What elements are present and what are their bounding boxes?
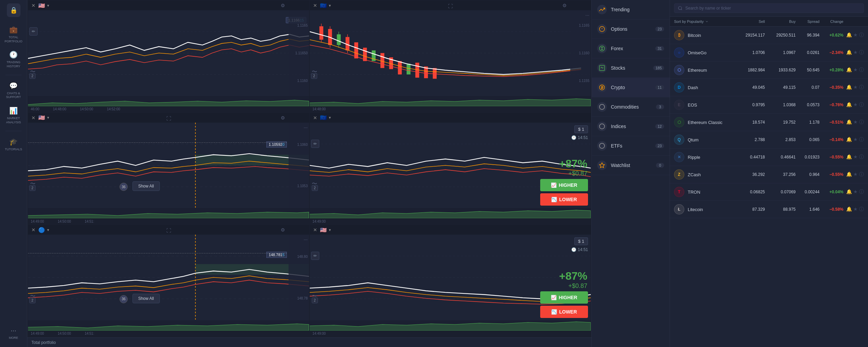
svg-rect-20 (407, 64, 410, 74)
market-nav-indices[interactable]: Indices 12 (592, 117, 670, 136)
more-opts-bot-left[interactable]: ··· (304, 237, 308, 242)
info-icon-qtum[interactable]: ⓘ (859, 137, 864, 143)
star-icon-zec[interactable]: ★ (853, 171, 858, 178)
market-nav-trending[interactable]: Trending (592, 0, 670, 19)
coin-row-xrp[interactable]: ✕ Ripple 0.44718 0.46641 0.01923 −0.55% … (670, 149, 868, 166)
bell-icon-xrp[interactable]: 🔔 (846, 154, 852, 160)
sidebar-item-history[interactable]: 🕐 TRADINGHISTORY (0, 47, 27, 72)
star-icon-etc[interactable]: ★ (853, 119, 858, 125)
chart-close-top-left[interactable]: ✕ (31, 3, 36, 8)
bell-icon-zec[interactable]: 🔔 (846, 171, 852, 178)
coin-row-trx[interactable]: T TRON 0.06825 0.07069 0.00244 +0.04% 🔔 … (670, 183, 868, 201)
higher-button-mid-right[interactable]: 📈 HIGHER (540, 179, 588, 191)
bell-icon-omg[interactable]: 🔔 (846, 50, 852, 56)
bell-icon-ltc[interactable]: 🔔 (846, 206, 852, 212)
chart-close-bot-right[interactable]: ✕ (312, 227, 318, 233)
sidebar-item-tutorials[interactable]: 🎓 TUTORIALS (0, 134, 27, 155)
info-icon-etc[interactable]: ⓘ (859, 119, 864, 125)
star-icon-xrp[interactable]: ★ (853, 154, 858, 160)
market-nav-etfs[interactable]: ETFs 23 (592, 136, 670, 156)
info-icon-ltc[interactable]: ⓘ (859, 206, 864, 212)
svg-rect-17 (380, 53, 384, 68)
bell-icon-eos[interactable]: 🔔 (846, 102, 852, 108)
info-icon-xrp[interactable]: ⓘ (859, 154, 864, 160)
coin-spread-xrp: 0.01923 (796, 155, 820, 159)
star-icon-qtum[interactable]: ★ (853, 137, 858, 143)
settings-icon-top-left[interactable]: ⚙ (281, 3, 285, 8)
settings-icon-bot-left[interactable]: ⚙ (281, 227, 285, 233)
market-nav-stocks[interactable]: Stocks 185 (592, 58, 670, 78)
sidebar-item-chats[interactable]: 💬 CHATS &SUPPORT (0, 78, 27, 103)
chart-close-top-right[interactable]: ✕ (312, 3, 318, 8)
star-icon-trx[interactable]: ★ (853, 189, 858, 195)
info-icon-btc[interactable]: ⓘ (859, 32, 864, 38)
show-all-button-bot-left[interactable]: Show All (132, 294, 160, 303)
market-nav-commodities[interactable]: Commodities 3 (592, 97, 670, 117)
expand-icon-top-right[interactable]: ⛶ (448, 3, 453, 9)
star-icon-omg[interactable]: ★ (853, 50, 858, 56)
market-nav-watchlist[interactable]: Watchlist 0 (592, 156, 670, 175)
pencil-tool-bot-right[interactable]: ✏ (311, 252, 319, 260)
info-icon-zec[interactable]: ⓘ (859, 171, 864, 178)
time-axis-bot-right: 14:49:00 (310, 331, 591, 337)
chart-close-bot-left[interactable]: ✕ (31, 227, 36, 233)
search-input[interactable] (685, 6, 860, 11)
star-icon-ltc[interactable]: ★ (853, 206, 858, 212)
settings-icon-top-right[interactable]: ⚙ (562, 3, 567, 8)
bell-icon-trx[interactable]: 🔔 (846, 189, 852, 195)
chart-close-mid-right[interactable]: ✕ (312, 115, 318, 121)
coin-actions-omg: 🔔 ★ ⓘ (846, 50, 864, 56)
trade-buttons-bot-right: 📈 HIGHER 📉 LOWER (540, 291, 588, 318)
sidebar-item-market[interactable]: 📊 MARKETANALYSIS (0, 103, 27, 128)
coin-row-btc[interactable]: ₿ Bitcoin 29154.117 29250.511 96.394 +0.… (670, 27, 868, 44)
show-all-button-mid-left[interactable]: Show All (132, 181, 160, 191)
sort-by-dropdown[interactable]: Sort by Popularity (674, 19, 734, 24)
star-icon-btc[interactable]: ★ (853, 32, 858, 38)
coin-row-qtum[interactable]: Q Qtum 2.788 2.853 0.065 −0.14% 🔔 ★ ⓘ (670, 131, 868, 149)
sidebar-item-more[interactable]: ··· MORE (0, 322, 27, 344)
pencil-tool-mid-right[interactable]: ✏ (311, 140, 319, 148)
bell-icon-qtum[interactable]: 🔔 (846, 137, 852, 143)
lower-button-mid-right[interactable]: 📉 LOWER (540, 193, 588, 206)
stocks-icon (597, 63, 607, 73)
lower-button-bot-right[interactable]: 📉 LOWER (540, 306, 588, 318)
sidebar-logo: 🔒 (7, 3, 20, 17)
expand-icon-mid-left[interactable]: ⛶ (166, 116, 171, 121)
market-nav-forex[interactable]: Forex 31 (592, 39, 670, 58)
star-icon-eos[interactable]: ★ (853, 102, 858, 108)
star-icon-dash[interactable]: ★ (853, 84, 858, 91)
time-label: 46:00 (31, 107, 39, 111)
info-icon-eth[interactable]: ⓘ (859, 67, 864, 73)
coin-row-zec[interactable]: Z ZCash 36.292 37.256 0.964 −0.55% 🔔 ★ ⓘ (670, 166, 868, 183)
coin-row-eos[interactable]: E EOS 0.9795 1.0368 0.0573 −0.76% 🔔 ★ ⓘ (670, 96, 868, 114)
bell-icon-eth[interactable]: 🔔 (846, 67, 852, 73)
more-settings-top-right[interactable]: ··· (585, 12, 589, 18)
crypto-count: 11 (655, 85, 664, 90)
coin-row-etc[interactable]: ⬡ Ethereum Classic 18.574 19.752 1.178 −… (670, 114, 868, 131)
star-icon-eth[interactable]: ★ (853, 67, 858, 73)
coin-row-ltc[interactable]: Ł Litecoin 87.329 88.975 1.646 −0.58% 🔔 … (670, 201, 868, 218)
chart-close-mid-left[interactable]: ✕ (31, 115, 36, 121)
expand-icon-bot-left[interactable]: ⛶ (166, 228, 171, 233)
market-icon: 📊 (9, 106, 18, 115)
info-icon-trx[interactable]: ⓘ (859, 189, 864, 195)
bell-icon-etc[interactable]: 🔔 (846, 119, 852, 125)
pencil-tool-top-left[interactable]: ✏ (29, 27, 38, 36)
market-nav-options[interactable]: Options 23 (592, 19, 670, 39)
info-icon-omg[interactable]: ⓘ (859, 50, 864, 56)
higher-button-bot-right[interactable]: 📈 HIGHER (540, 291, 588, 304)
info-icon-eos[interactable]: ⓘ (859, 102, 864, 108)
market-nav-crypto[interactable]: Crypto 11 (592, 78, 670, 97)
coin-change-xrp: −0.55% (820, 155, 843, 159)
coin-row-eth[interactable]: ⬡ Ethereum 1882.984 1933.629 50.645 +0.2… (670, 61, 868, 79)
more-options-mid-left[interactable]: ··· (304, 125, 308, 130)
sidebar-item-portfolio[interactable]: 💼 TOTAL PORTFOLIO (0, 22, 27, 47)
coin-sell-eos: 0.9795 (734, 102, 765, 107)
settings-icon-mid-left[interactable]: ⚙ (281, 115, 285, 121)
coin-row-omg[interactable]: ○ OmiseGo 1.0706 1.0967 0.0261 −2.34% 🔔 … (670, 44, 868, 61)
info-icon-dash[interactable]: ⓘ (859, 84, 864, 91)
sidebar-item-more-label: MORE (9, 336, 18, 340)
bell-icon-btc[interactable]: 🔔 (846, 32, 852, 38)
bell-icon-dash[interactable]: 🔔 (846, 84, 852, 91)
coin-row-dash[interactable]: D Dash 49.045 49.115 0.07 −0.35% 🔔 ★ ⓘ (670, 79, 868, 96)
